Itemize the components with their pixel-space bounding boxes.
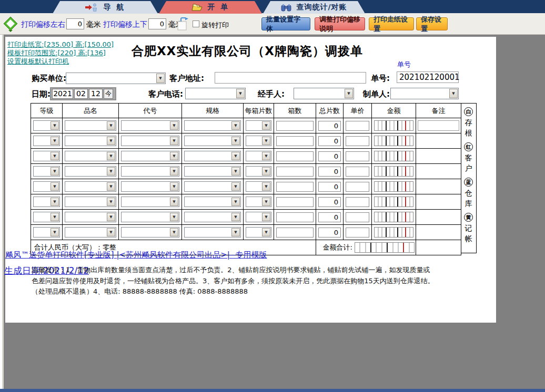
default-printer-link[interactable]: 设置模板默认打印机 — [7, 57, 69, 66]
paper-feed-button[interactable]: 打印走纸设置 — [369, 17, 414, 30]
row-4-perbox-select[interactable]: ▼ — [246, 181, 271, 192]
dropdown-arrow-icon[interactable]: ▼ — [231, 152, 240, 160]
row-5-perbox-select[interactable]: ▼ — [246, 197, 271, 207]
row-6-name-select[interactable]: ▼ — [65, 212, 116, 222]
row-1-grade-select[interactable]: ▼ — [33, 136, 60, 146]
row-4-spec-select[interactable]: ▼ — [184, 181, 241, 192]
diamond-icon[interactable] — [3, 16, 18, 32]
dropdown-arrow-icon[interactable]: ▼ — [170, 137, 178, 145]
dropdown-arrow-icon[interactable]: ▼ — [107, 137, 115, 145]
row-6-spec-select[interactable]: ▼ — [184, 212, 241, 222]
row-4-name-select[interactable]: ▼ — [65, 181, 116, 192]
row-0-perbox-select[interactable]: ▼ — [246, 120, 271, 131]
dropdown-arrow-icon[interactable]: ▼ — [231, 182, 240, 191]
phone-select[interactable]: ▼ — [185, 88, 246, 99]
dropdown-arrow-icon[interactable]: ▼ — [170, 198, 178, 206]
row-2-name-select[interactable]: ▼ — [65, 151, 116, 161]
row-7-name-select[interactable]: ▼ — [65, 227, 116, 238]
row-7-code-select[interactable]: ▼ — [121, 227, 179, 238]
row-3-grade-select[interactable]: ▼ — [33, 166, 60, 177]
dropdown-arrow-icon[interactable]: ▼ — [231, 213, 240, 221]
date-picker[interactable]: 2021 02 12 今 — [50, 87, 116, 100]
row-6-total-pieces-input[interactable]: 0 — [318, 212, 341, 222]
address-input[interactable] — [215, 72, 366, 84]
dropdown-arrow-icon[interactable]: ▼ — [262, 121, 270, 130]
row-7-spec-select[interactable]: ▼ — [184, 227, 241, 238]
row-0-boxes-input[interactable] — [276, 121, 314, 131]
dropdown-arrow-icon[interactable]: ▼ — [170, 167, 178, 176]
row-4-total-pieces-input[interactable]: 0 — [318, 182, 341, 192]
row-0-code-select[interactable]: ▼ — [121, 120, 179, 131]
dropdown-arrow-icon[interactable]: ▼ — [262, 213, 270, 221]
row-1-total-pieces-input[interactable]: 0 — [318, 136, 341, 146]
row-6-grade-select[interactable]: ▼ — [33, 212, 60, 222]
dropdown-arrow-icon[interactable]: ▼ — [262, 167, 270, 176]
dropdown-arrow-icon[interactable]: ▼ — [236, 89, 245, 98]
dropdown-arrow-icon[interactable]: ▼ — [170, 121, 178, 130]
dropdown-arrow-icon[interactable]: ▼ — [262, 228, 270, 236]
tab-query-stats[interactable]: 查询统计/对账 — [263, 1, 365, 14]
row-6-boxes-input[interactable] — [276, 212, 314, 222]
row-3-code-select[interactable]: ▼ — [121, 166, 179, 177]
row-2-total-pieces-input[interactable]: 0 — [318, 151, 341, 161]
dropdown-arrow-icon[interactable]: ▼ — [51, 213, 59, 221]
tab-billing[interactable]: 开 单 — [159, 1, 262, 14]
row-2-code-select[interactable]: ▼ — [121, 151, 179, 161]
dropdown-arrow-icon[interactable]: ▼ — [231, 121, 240, 130]
dropdown-arrow-icon[interactable]: ▼ — [262, 152, 270, 160]
date-year[interactable]: 2021 — [52, 89, 73, 99]
dropdown-arrow-icon[interactable]: ▼ — [51, 121, 59, 130]
buyer-select[interactable]: ▼ — [66, 73, 166, 84]
row-3-boxes-input[interactable] — [276, 167, 314, 177]
dropdown-arrow-icon[interactable]: ▼ — [231, 167, 240, 176]
dropdown-arrow-icon[interactable]: ▼ — [107, 152, 115, 160]
row-7-price-input[interactable] — [346, 228, 369, 238]
dropdown-arrow-icon[interactable]: ▼ — [51, 137, 59, 145]
dropdown-arrow-icon[interactable]: ▼ — [51, 152, 59, 160]
row-1-name-select[interactable]: ▼ — [65, 136, 116, 146]
row-1-code-select[interactable]: ▼ — [121, 136, 179, 146]
row-5-spec-select[interactable]: ▼ — [184, 197, 241, 207]
dropdown-arrow-icon[interactable]: ▼ — [107, 167, 115, 176]
dropdown-arrow-icon[interactable]: ▼ — [107, 182, 115, 191]
row-5-grade-select[interactable]: ▼ — [33, 197, 60, 207]
row-1-price-input[interactable] — [346, 136, 369, 146]
dropdown-arrow-icon[interactable]: ▼ — [231, 198, 240, 206]
row-5-price-input[interactable] — [346, 197, 369, 207]
row-7-perbox-select[interactable]: ▼ — [246, 227, 271, 238]
dropdown-arrow-icon[interactable]: ▼ — [231, 228, 240, 236]
save-settings-button[interactable]: 保存设置 — [416, 17, 448, 30]
dropdown-arrow-icon[interactable]: ▼ — [170, 213, 178, 221]
row-1-boxes-input[interactable] — [276, 136, 314, 146]
dropdown-arrow-icon[interactable]: ▼ — [262, 198, 270, 206]
handler-select[interactable]: ▼ — [294, 88, 354, 99]
dropdown-arrow-icon[interactable]: ▼ — [262, 182, 270, 191]
dropdown-arrow-icon[interactable]: ▼ — [345, 89, 353, 98]
dropdown-arrow-icon[interactable]: ▼ — [156, 74, 165, 83]
dropdown-arrow-icon[interactable]: ▼ — [231, 137, 240, 145]
row-2-price-input[interactable] — [346, 151, 369, 161]
remark-input[interactable] — [418, 120, 459, 131]
row-3-perbox-select[interactable]: ▼ — [246, 166, 271, 177]
row-3-spec-select[interactable]: ▼ — [184, 166, 241, 177]
tab-navigation[interactable]: 导 航 — [53, 1, 158, 14]
row-4-code-select[interactable]: ▼ — [121, 181, 179, 192]
offset-lr-input[interactable]: 0 — [66, 18, 84, 29]
row-0-grade-select[interactable]: ▼ — [33, 120, 60, 131]
row-4-grade-select[interactable]: ▼ — [33, 181, 60, 192]
dropdown-arrow-icon[interactable]: ▼ — [107, 228, 115, 236]
dropdown-arrow-icon[interactable]: ▼ — [170, 182, 178, 191]
row-7-grade-select[interactable]: ▼ — [33, 227, 60, 238]
row-5-name-select[interactable]: ▼ — [65, 197, 116, 207]
row-2-perbox-select[interactable]: ▼ — [246, 151, 271, 161]
row-6-price-input[interactable] — [346, 212, 369, 222]
row-5-boxes-input[interactable] — [276, 197, 314, 207]
row-7-boxes-input[interactable] — [276, 228, 314, 238]
dropdown-arrow-icon[interactable]: ▼ — [51, 198, 59, 206]
offset-ud-input[interactable]: 0 — [148, 18, 166, 29]
row-3-total-pieces-input[interactable]: 0 — [318, 167, 341, 177]
row-0-name-select[interactable]: ▼ — [65, 120, 116, 131]
row-2-grade-select[interactable]: ▼ — [33, 151, 60, 161]
dropdown-arrow-icon[interactable]: ▼ — [107, 213, 115, 221]
dropdown-arrow-icon[interactable]: ▼ — [170, 228, 178, 236]
